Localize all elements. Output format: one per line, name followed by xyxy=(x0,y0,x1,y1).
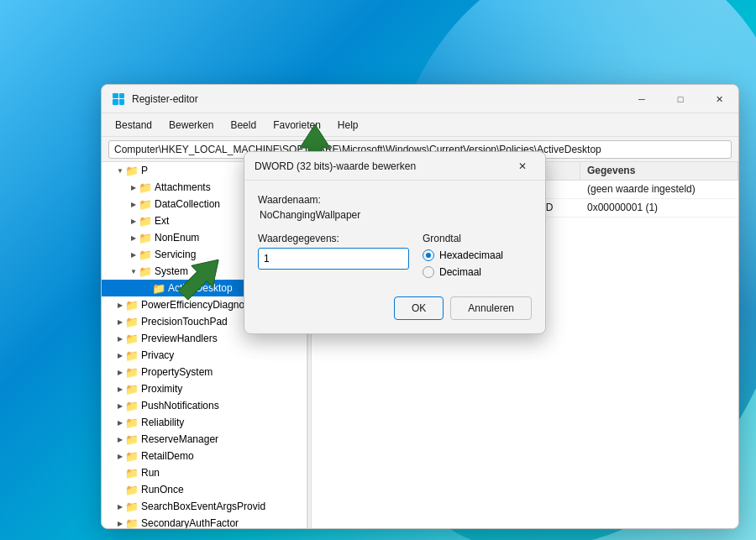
value-data: (geen waarde ingesteld) xyxy=(580,181,738,198)
cancel-button[interactable]: Annuleren xyxy=(450,296,532,320)
tree-label: NonEnum xyxy=(155,232,199,244)
tree-item-proximity[interactable]: ▶ 📁 Proximity xyxy=(102,380,307,397)
tree-item-secondaryauth[interactable]: ▶ 📁 SecondaryAuthFactor xyxy=(102,515,307,529)
folder-icon: 📁 xyxy=(125,517,139,530)
folder-icon: 📁 xyxy=(125,467,139,480)
title-bar: Register-editor ─ □ ✕ xyxy=(102,85,738,113)
data-input[interactable] xyxy=(258,248,409,270)
dialog-title-bar: DWORD (32 bits)-waarde bewerken ✕ xyxy=(244,152,545,181)
window-controls: ─ □ ✕ xyxy=(622,85,738,113)
folder-icon: 📁 xyxy=(125,383,139,396)
tree-label: Servicing xyxy=(155,249,196,260)
folder-icon: 📁 xyxy=(125,316,139,328)
folder-icon: 📁 xyxy=(125,165,139,177)
maximize-button[interactable]: □ xyxy=(661,85,700,113)
name-value: NoChangingWallpaper xyxy=(258,209,532,221)
tree-item-reservemanager[interactable]: ▶ 📁 ReserveManager xyxy=(102,431,307,448)
radix-label: Grondtal xyxy=(423,233,532,244)
folder-icon: 📁 xyxy=(125,333,139,345)
dword-dialog: DWORD (32 bits)-waarde bewerken ✕ Waarde… xyxy=(244,151,546,334)
radio-hex-indicator xyxy=(423,249,434,261)
dialog-title: DWORD (32 bits)-waarde bewerken xyxy=(255,160,510,172)
tree-label: Proximity xyxy=(141,383,182,395)
radio-dec-indicator xyxy=(423,266,434,278)
data-label: Waardegegevens: xyxy=(258,233,409,244)
folder-icon: 📁 xyxy=(125,349,139,362)
dialog-row: Waardegegevens: Grondtal Hexadecimaal De… xyxy=(258,233,532,283)
radio-decimal[interactable]: Decimaal xyxy=(423,266,532,278)
tree-item-retaildemo[interactable]: ▶ 📁 RetailDemo xyxy=(102,448,307,464)
tree-item-searchbox[interactable]: ▶ 📁 SearchBoxEventArgsProvid xyxy=(102,498,307,515)
input-section: Waardegegevens: xyxy=(258,233,409,270)
expand-icon: ▶ xyxy=(115,503,125,511)
folder-icon: 📁 xyxy=(139,265,152,278)
expand-icon: ▶ xyxy=(115,318,125,326)
menu-help[interactable]: Help xyxy=(331,117,365,134)
close-button[interactable]: ✕ xyxy=(700,85,738,113)
tree-item-propertysystem[interactable]: ▶ 📁 PropertySystem xyxy=(102,364,307,380)
expand-icon: ▶ xyxy=(115,419,125,427)
app-icon xyxy=(112,92,125,106)
folder-icon: 📁 xyxy=(139,198,152,211)
expand-icon: ▶ xyxy=(115,335,125,343)
expand-icon: ▶ xyxy=(115,453,125,460)
tree-item-reliability[interactable]: ▶ 📁 Reliability xyxy=(102,414,307,431)
ok-button[interactable]: OK xyxy=(394,296,444,320)
tree-label: SecondaryAuthFactor xyxy=(141,517,239,529)
tree-label: Reliability xyxy=(141,417,184,428)
expand-icon: ▶ xyxy=(129,201,139,208)
tree-item-privacy[interactable]: ▶ 📁 Privacy xyxy=(102,347,307,364)
tree-item-run[interactable]: 📁 Run xyxy=(102,464,307,481)
folder-icon: 📁 xyxy=(125,450,139,463)
radio-hexadecimal[interactable]: Hexadecimaal xyxy=(423,249,532,261)
expand-icon: ▶ xyxy=(115,369,125,376)
value-data: 0x00000001 (1) xyxy=(580,199,738,217)
dialog-close-button[interactable]: ✕ xyxy=(510,155,535,178)
tree-label: PrecisionTouchPad xyxy=(141,316,228,328)
dialog-content: Waardenaam: NoChangingWallpaper Waardege… xyxy=(244,181,545,333)
tree-label: RunOnce xyxy=(141,484,184,495)
folder-icon: 📁 xyxy=(125,400,139,412)
tree-label: DataCollection xyxy=(155,198,220,210)
expand-icon: ▶ xyxy=(115,402,125,410)
windows-icon xyxy=(113,93,124,105)
expand-icon: ▶ xyxy=(115,385,125,393)
tree-label: Run xyxy=(141,467,160,479)
minimize-button[interactable]: ─ xyxy=(622,85,661,113)
name-label: Waardenaam: xyxy=(258,194,532,206)
menu-beeld[interactable]: Beeld xyxy=(223,117,263,134)
expand-icon: ▶ xyxy=(129,184,139,191)
menu-bewerken[interactable]: Bewerken xyxy=(162,117,220,134)
tree-label: SearchBoxEventArgsProvid xyxy=(141,501,265,512)
tree-label: PushNotifications xyxy=(141,400,219,412)
folder-icon: 📁 xyxy=(125,417,139,429)
expand-icon: ▼ xyxy=(129,268,139,275)
menu-bestand[interactable]: Bestand xyxy=(108,117,159,134)
folder-icon: 📁 xyxy=(139,215,152,228)
folder-icon: 📁 xyxy=(125,433,139,446)
radio-section: Grondtal Hexadecimaal Decimaal xyxy=(423,233,532,283)
expand-icon: ▶ xyxy=(129,234,139,242)
radio-dec-label: Decimaal xyxy=(439,266,481,278)
folder-icon: 📁 xyxy=(139,232,152,244)
folder-icon: 📁 xyxy=(139,249,152,261)
expand-icon: ▼ xyxy=(115,167,125,175)
tree-label: Attachments xyxy=(155,181,211,193)
expand-icon: ▶ xyxy=(115,520,125,527)
tree-label: ReserveManager xyxy=(141,433,218,445)
expand-icon: ▶ xyxy=(129,251,139,259)
folder-icon: 📁 xyxy=(139,181,152,194)
tree-label: PreviewHandlers xyxy=(141,333,218,344)
tree-label: Privacy xyxy=(141,349,174,361)
expand-icon: ▶ xyxy=(115,301,125,309)
folder-icon: 📁 xyxy=(125,484,139,496)
tree-label: PropertySystem xyxy=(141,366,213,378)
header-data: Gegevens xyxy=(580,162,738,180)
radio-hex-label: Hexadecimaal xyxy=(439,249,503,261)
folder-icon: 📁 xyxy=(125,501,139,513)
folder-icon: 📁 xyxy=(125,299,139,312)
expand-icon: ▶ xyxy=(115,352,125,359)
tree-item-runonce[interactable]: 📁 RunOnce xyxy=(102,481,307,498)
tree-item-pushnotifications[interactable]: ▶ 📁 PushNotifications xyxy=(102,397,307,414)
expand-icon: ▶ xyxy=(115,436,125,443)
